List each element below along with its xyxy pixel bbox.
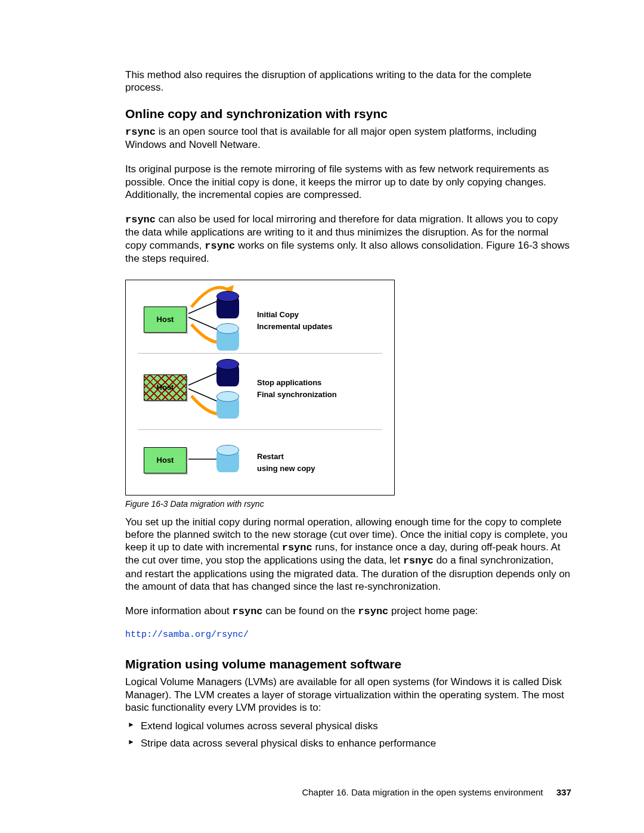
intro-paragraph: This method also requires the disruption… [125, 69, 572, 94]
figure-row-labels: Initial Copy Incremental updates [257, 309, 332, 332]
code-rsync: rsync [205, 240, 235, 252]
text: is an open source tool that is available… [125, 126, 537, 150]
host-box: Host [144, 447, 187, 473]
code-rsnyc: rsnyc [403, 555, 434, 566]
p-local-mirror: rsync can also be used for local mirrori… [125, 213, 572, 265]
host-label: Host [157, 456, 174, 465]
figure-row-labels: Stop applications Final synchronization [257, 377, 337, 400]
p-rsync-desc: rsync is an open source tool that is ava… [125, 125, 572, 151]
figure-row-2: Host Stop applications Final synchroniza… [126, 357, 394, 421]
heading-rsync: Online copy and synchronization with rsy… [125, 106, 572, 122]
page: This method also requires the disruption… [0, 0, 644, 833]
p-purpose: Its original purpose is the remote mirro… [125, 163, 572, 201]
text: More information about [125, 605, 233, 617]
label-new-copy: using new copy [257, 463, 315, 475]
host-box-stopped: Host [144, 374, 187, 401]
label-restart: Restart [257, 451, 315, 463]
p-initial-copy: You set up the initial copy during norma… [125, 516, 572, 593]
figure-row-3: Host Restart using new copy [126, 434, 394, 498]
figure-row-labels: Restart using new copy [257, 451, 315, 474]
text: project home page: [388, 605, 478, 617]
label-initial-copy: Initial Copy [257, 309, 332, 321]
p-more-info: More information about rsync can be foun… [125, 605, 572, 618]
page-number: 337 [556, 787, 571, 797]
code-rsync: rsync [282, 542, 312, 553]
host-label: Host [157, 315, 174, 324]
code-rsync: rsync [125, 126, 156, 138]
separator [138, 429, 382, 430]
code-rsync: rsync [233, 606, 263, 617]
disk-target-icon [216, 396, 239, 419]
disk-target-icon [216, 328, 239, 351]
disk-source-icon [216, 296, 239, 318]
host-box: Host [144, 306, 187, 333]
label-incremental: Incremental updates [257, 321, 332, 333]
bullet-list: Extend logical volumes across several ph… [125, 720, 572, 750]
label-final-sync: Final synchronization [257, 389, 337, 401]
list-item: Extend logical volumes across several ph… [125, 720, 572, 732]
label-stop-apps: Stop applications [257, 377, 337, 389]
separator [138, 353, 382, 354]
code-rsync: rsync [358, 606, 388, 617]
figure-16-3: Host Initial Copy Incremental updates Ho… [125, 280, 395, 496]
list-item: Stripe data across several physical disk… [125, 737, 572, 750]
heading-lvm: Migration using volume management softwa… [125, 657, 572, 672]
rsync-link[interactable]: http://samba.org/rsync/ [125, 630, 572, 641]
chapter-label: Chapter 16. Data migration in the open s… [302, 787, 543, 797]
figure-caption: Figure 16-3 Data migration with rsync [125, 499, 572, 510]
figure-row-1: Host Initial Copy Incremental updates [126, 285, 394, 349]
disk-target-icon [216, 450, 239, 472]
text: can be found on the [263, 605, 358, 617]
disk-source-icon [216, 364, 239, 386]
code-rsync: rsync [125, 214, 156, 225]
page-footer: Chapter 16. Data migration in the open s… [302, 787, 571, 798]
p-lvm: Logical Volume Managers (LVMs) are avail… [125, 676, 572, 714]
host-label: Host [157, 383, 174, 392]
